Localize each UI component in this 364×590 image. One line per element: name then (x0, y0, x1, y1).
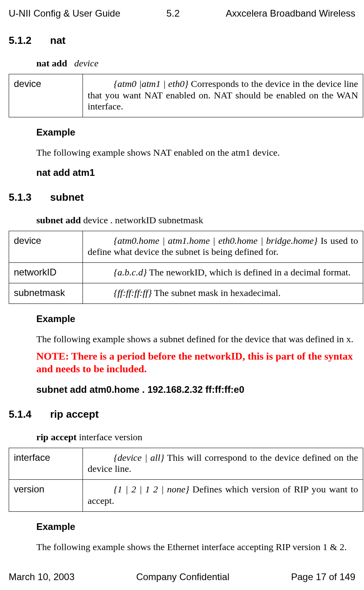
def-ital: {ff:ff:ff:ff} (114, 288, 152, 298)
syntax-keyword: subnet add (36, 215, 81, 225)
syntax-keyword: nat add (36, 58, 67, 68)
example-text: The following example shows NAT enabled … (36, 147, 355, 158)
def-text: The neworkID, which is defined in a deci… (147, 267, 351, 277)
note-text: NOTE: There is a period before the netwo… (36, 350, 355, 375)
term-cell: version (9, 480, 83, 512)
example-heading: Example (36, 313, 355, 325)
table-row: version {1 | 2 | 1 2 | none} Defines whi… (9, 480, 363, 512)
example-command: nat add atm1 (36, 167, 355, 179)
heading-title: nat (50, 34, 66, 46)
footer-left: March 10, 2003 (9, 571, 75, 583)
table-row: networkID {a.b.c.d} The neworkID, which … (9, 263, 363, 283)
def-cell: {1 | 2 | 1 2 | none} Defines which versi… (83, 480, 363, 512)
heading-title: rip accept (50, 408, 99, 420)
header-right: Axxcelera Broadband Wireless (226, 8, 355, 19)
term-cell: subnetmask (9, 283, 83, 303)
def-ital: {device | all} (114, 452, 164, 463)
def-cell: {ff:ff:ff:ff} The subnet mask in hexadec… (83, 283, 363, 303)
table-row: device {atm0 |atm1 | eth0} Corresponds t… (9, 74, 363, 117)
table-row: interface {device | all} This will corre… (9, 448, 363, 480)
syntax-subnet: subnet add device . networkID subnetmask (36, 215, 355, 226)
def-ital: {atm0 |atm1 | eth0} (114, 79, 188, 89)
syntax-args: interface version (77, 432, 143, 442)
footer-right: Page 17 of 149 (291, 571, 355, 583)
term-cell: device (9, 231, 83, 263)
def-ital: {a.b.c.d} (114, 267, 147, 277)
syntax-args: device . networkID subnetmask (81, 215, 203, 225)
heading-5-1-3: 5.1.3subnet (9, 191, 355, 204)
def-cell: {a.b.c.d} The neworkID, which is defined… (83, 263, 363, 283)
table-nat: device {atm0 |atm1 | eth0} Corresponds t… (9, 74, 363, 117)
header-left: U-NII Config & User Guide (9, 8, 120, 19)
def-cell: {atm0.home | atm1.home | eth0.home | bri… (83, 231, 363, 263)
example-heading: Example (36, 521, 355, 533)
def-cell: {device | all} This will correspond to t… (83, 448, 363, 480)
term-cell: networkID (9, 263, 83, 283)
example-heading: Example (36, 127, 355, 138)
table-rip-accept: interface {device | all} This will corre… (9, 448, 363, 512)
example-text: The following example shows the Ethernet… (36, 541, 355, 553)
syntax-rip-accept: rip accept interface version (36, 432, 355, 443)
def-ital: {atm0.home | atm1.home | eth0.home | bri… (114, 236, 317, 246)
heading-number: 5.1.2 (9, 34, 50, 47)
example-command: subnet add atm0.home . 192.168.2.32 ff:f… (36, 384, 355, 396)
syntax-arg: device (74, 58, 98, 68)
term-cell: device (9, 74, 83, 117)
table-row: subnetmask {ff:ff:ff:ff} The subnet mask… (9, 283, 363, 303)
def-ital: {1 | 2 | 1 2 | none} (114, 484, 189, 494)
table-subnet: device {atm0.home | atm1.home | eth0.hom… (9, 231, 363, 304)
page-header: U-NII Config & User Guide 5.2 Axxcelera … (9, 8, 355, 19)
heading-number: 5.1.4 (9, 408, 50, 420)
table-row: device {atm0.home | atm1.home | eth0.hom… (9, 231, 363, 263)
heading-5-1-4: 5.1.4rip accept (9, 408, 355, 420)
footer-center: Company Confidential (136, 571, 229, 583)
syntax-keyword: rip accept (36, 432, 77, 442)
example-text: The following example shows a subnet def… (36, 334, 355, 345)
heading-title: subnet (50, 191, 84, 203)
header-center: 5.2 (167, 8, 180, 19)
def-text: The subnet mask in hexadecimal. (152, 288, 281, 298)
heading-number: 5.1.3 (9, 191, 50, 204)
heading-5-1-2: 5.1.2nat (9, 34, 355, 47)
def-cell: {atm0 |atm1 | eth0} Corresponds to the d… (83, 74, 363, 117)
term-cell: interface (9, 448, 83, 480)
syntax-nat: nat add device (36, 58, 355, 69)
page-footer: March 10, 2003 Company Confidential Page… (9, 571, 355, 583)
